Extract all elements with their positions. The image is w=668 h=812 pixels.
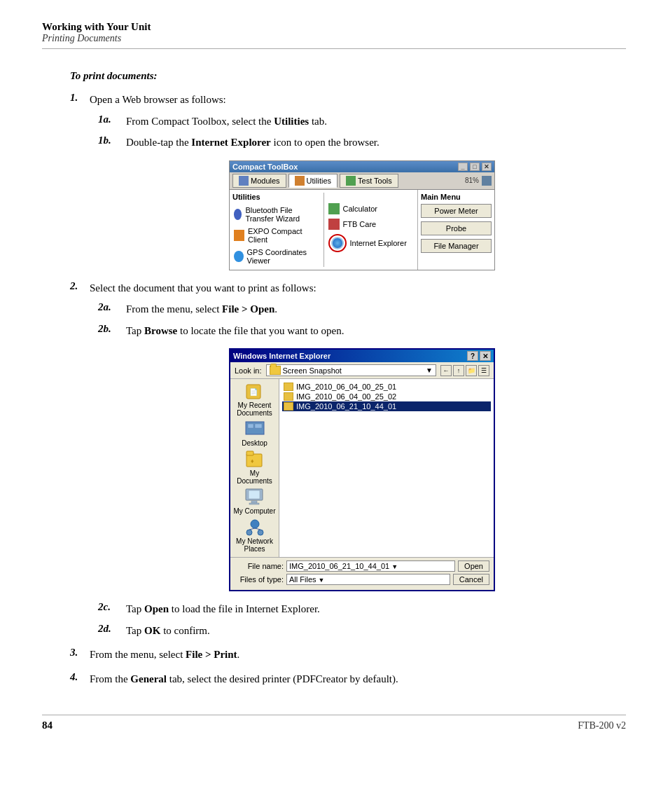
step-2b-row: 2b. Tap Browse to locate the file that y… (98, 323, 626, 339)
ie-filename-value: IMG_2010_06_21_10_44_01 (289, 562, 389, 570)
ie-sidebar-recent[interactable]: 📄 My Recent Documents (233, 383, 276, 417)
svg-rect-9 (249, 490, 260, 499)
ct-tab-utilities[interactable]: Utilities (288, 174, 338, 188)
ie-view-btn[interactable]: ☰ (478, 365, 489, 376)
svg-point-12 (251, 520, 259, 528)
step-2d-text: Tap OK to confirm. (126, 623, 210, 639)
ie-mynet-icon (245, 519, 265, 536)
ie-file-1[interactable]: IMG_2010_06_04_00_25_01 (282, 382, 491, 392)
page-ref: FTB-200 v2 (578, 720, 626, 731)
ie-filename-input[interactable]: IMG_2010_06_21_10_44_01 ▼ (286, 560, 455, 572)
ie-filetype-dropdown-icon: ▼ (319, 577, 325, 584)
ie-toolbar: Look in: Screen Snapshot ▼ ← ↑ 📁 ☰ (230, 362, 494, 379)
page-header: Working with Your Unit Printing Document… (42, 21, 626, 49)
svg-rect-4 (255, 424, 262, 428)
ct-item-ie[interactable]: Internet Explorer (327, 232, 415, 254)
ie-open-btn[interactable]: Open (458, 560, 489, 572)
ie-lookin-label: Look in: (235, 366, 262, 375)
ie-sidebar-mynet[interactable]: My Network Places (233, 519, 276, 553)
svg-rect-3 (248, 424, 253, 428)
step-2d-row: 2d. Tap OK to confirm. (98, 623, 626, 639)
ie-cancel-btn[interactable]: Cancel (453, 574, 489, 585)
ct-tab-testtools[interactable]: Test Tools (340, 174, 398, 188)
ct-item-expo[interactable]: EXPO Compact Client (232, 225, 321, 246)
ct-ftb-label: FTB Care (343, 220, 377, 228)
step-3-row: 3. From the menu, select File > Print. (70, 647, 626, 663)
ie-lookin-input[interactable]: Screen Snapshot ▼ (266, 364, 436, 376)
ct-restore-btn[interactable]: □ (470, 163, 480, 171)
compact-toolbox-screenshot: Compact ToolBox _ □ ✕ Modules (98, 160, 626, 270)
svg-line-16 (255, 528, 260, 530)
step-2-row: 2. Select the document that you want to … (70, 280, 626, 296)
step-1b-num: 1b. (98, 135, 126, 146)
folder-icon (270, 366, 281, 375)
ie-filetype-value: All Files (289, 575, 316, 584)
ie-filetype-row: Files of type: All Files ▼ Cancel (235, 574, 489, 585)
ie-filetype-input[interactable]: All Files ▼ (286, 574, 450, 585)
svg-text:♦: ♦ (251, 457, 254, 465)
ct-item-bluetooth[interactable]: Bluetooth File Transfer Wizard (232, 204, 321, 225)
step-2c-text: Tap Open to load the file in Internet Ex… (126, 601, 320, 617)
ie-close-btn[interactable]: ✕ (480, 351, 491, 361)
main-content: To print documents: 1. Open a Web browse… (42, 70, 626, 687)
ie-titlebar: Windows Internet Explorer ? ✕ (230, 350, 494, 362)
ie-lookin-dropdown[interactable]: ▼ (426, 366, 433, 374)
step-3-num: 3. (70, 647, 90, 659)
step-2-num: 2. (70, 280, 90, 292)
file-icon-3 (284, 402, 293, 411)
ie-highlight-circle (328, 234, 347, 252)
ct-tab-modules[interactable]: Modules (232, 174, 286, 188)
ct-close-btn[interactable]: ✕ (482, 163, 492, 171)
expo-icon (234, 230, 244, 241)
ct-filemanager-btn[interactable]: File Manager (421, 239, 492, 253)
ct-item-calculator[interactable]: Calculator (327, 201, 415, 216)
ie-mydocs-icon: ♦ (245, 451, 265, 468)
step-2: 2. Select the document that you want to … (70, 280, 626, 639)
ct-minimize-btn[interactable]: _ (458, 163, 468, 171)
step-1b-text: Double-tap the Internet Explorer icon to… (126, 135, 380, 151)
ie-lookin-value: Screen Snapshot (283, 366, 342, 375)
ie-body: 📄 My Recent Documents Desktop (230, 379, 494, 557)
ct-titlebar: Compact ToolBox _ □ ✕ (230, 161, 494, 172)
ie-titlebar-buttons: ? ✕ (467, 351, 491, 361)
step-2b-text: Tap Browse to locate the file that you w… (126, 323, 345, 339)
step-2d-num: 2d. (98, 623, 126, 635)
ie-sidebar-mycomp[interactable]: My Computer (233, 489, 275, 515)
ie-newfolder-btn[interactable]: 📁 (466, 365, 477, 376)
ct-item-ftbcare[interactable]: FTB Care (327, 216, 415, 232)
ct-bluetooth-label: Bluetooth File Transfer Wizard (245, 206, 319, 223)
ie-file-2[interactable]: IMG_2010_06_04_00_25_02 (282, 392, 491, 401)
ct-utilities-label: Utilities (232, 193, 321, 201)
ie-icon (331, 237, 344, 249)
ie-mydocs-label: My Documents (233, 469, 276, 485)
ie-sidebar-desktop[interactable]: Desktop (242, 421, 267, 447)
ct-tabs: Modules Utilities Test Tools 81% (230, 172, 494, 190)
step-1b-row: 1b. Double-tap the Internet Explorer ico… (98, 135, 626, 151)
ie-back-btn[interactable]: ← (440, 365, 452, 376)
ie-help-btn[interactable]: ? (467, 351, 478, 361)
ie-sidebar-mydocs[interactable]: ♦ My Documents (233, 451, 276, 485)
ct-powermeter-btn[interactable]: Power Meter (421, 204, 492, 218)
file-icon-2 (284, 392, 293, 401)
step-2c-row: 2c. Tap Open to load the file in Interne… (98, 601, 626, 617)
ie-up-btn[interactable]: ↑ (453, 365, 464, 376)
procedure-title: To print documents: (70, 70, 626, 82)
ie-desktop-label: Desktop (242, 439, 267, 447)
modules-icon (239, 176, 249, 186)
bluetooth-icon (234, 209, 242, 220)
ftb-icon (328, 219, 340, 230)
step-1-text: Open a Web browser as follows: (90, 92, 226, 108)
step-3: 3. From the menu, select File > Print. (70, 647, 626, 663)
ie-mycomp-label: My Computer (233, 507, 275, 515)
ie-recent-icon: 📄 (245, 383, 265, 400)
ct-probe-btn[interactable]: Probe (421, 221, 492, 235)
step-2-substeps: 2a. From the menu, select File > Open. 2… (98, 301, 626, 638)
step-2b-num: 2b. (98, 323, 126, 335)
ie-mynet-label: My Network Places (233, 537, 276, 553)
ie-filetype-label: Files of type: (235, 575, 284, 584)
ct-item-gps[interactable]: GPS Coordinates Viewer (232, 246, 321, 267)
testtools-icon (346, 176, 356, 186)
ct-calc-label: Calculator (343, 205, 378, 213)
ie-file-3[interactable]: IMG_2010_06_21_10_44_01 (282, 401, 491, 411)
svg-text:📄: 📄 (249, 387, 258, 397)
